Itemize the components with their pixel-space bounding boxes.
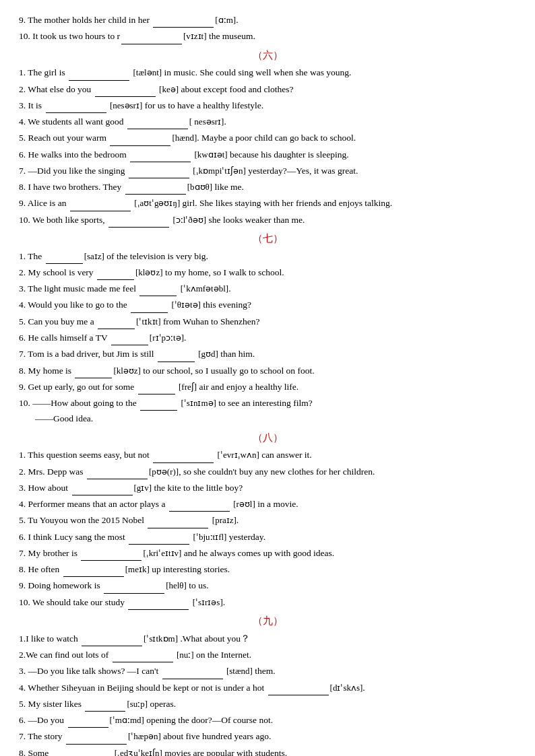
blank [130, 147, 191, 162]
line-6: 6. —Do you [ˈmɑːmd] opening the door?—Of… [19, 712, 516, 728]
blank [69, 65, 129, 80]
blank [138, 379, 175, 394]
line: 10. It took us two hours to r [vɪzɪt] th… [19, 28, 516, 44]
line-6: 6. He walks into the bedroom [kwɑɪәt] be… [19, 147, 516, 162]
blank [128, 594, 189, 610]
blank [75, 363, 112, 378]
blank [108, 212, 169, 228]
blank [121, 28, 182, 44]
line-1: 1.I like to watch [ˈsɪtkɒm] .What about … [19, 631, 516, 646]
blank [68, 712, 108, 728]
line-4: 4. We students all want good [ nesәsrɪ]. [19, 114, 516, 129]
blank [46, 98, 106, 113]
line-4: 4. Would you like to go to the [ˈθɪətə] … [19, 297, 516, 312]
blank [98, 314, 135, 329]
blank [46, 248, 83, 264]
line-10b: ——Good idea. [19, 411, 516, 426]
blank [129, 163, 189, 178]
line-10: 10. We should take our study [ˈsɪrɪəs]. [19, 594, 516, 610]
blank [111, 330, 148, 345]
line-1: 1. The girl is [tælәnt] in music. She co… [19, 65, 516, 80]
worksheet-container: 9. The mother holds her child in her [ɑː… [19, 12, 516, 756]
section-seven: 1. The [saɪz] of the television is very … [19, 248, 516, 427]
line-3: 3. The light music made me feel [ˈkʌmfət… [19, 281, 516, 296]
section-nine-title: （九） [19, 613, 516, 629]
line-4: 4. Whether Siheyuan in Beijing should be… [19, 680, 516, 695]
blank [125, 179, 186, 195]
line-10: 10. ——How about going to the [ˈsɪnɪmə] t… [19, 395, 516, 411]
blank [140, 395, 177, 411]
line-6: 6. He calls himself a TV [rɪˈpɔːtə]. [19, 330, 516, 345]
line-6: 6. I think Lucy sang the most [ˈbjuːtɪfl… [19, 529, 516, 545]
blank [97, 265, 134, 280]
blank [113, 647, 173, 662]
blank [131, 297, 168, 312]
blank [53, 745, 113, 756]
line-5: 5. Tu Youyou won the 2015 Nobel [praɪz]. [19, 512, 516, 528]
blank [63, 561, 124, 577]
line-10: 10. We both like sports, [ɔːlˈðəʊ] she l… [19, 212, 516, 228]
section-seven-title: （七） [19, 230, 516, 247]
blank [139, 281, 177, 296]
section-eight: 1. This question seems easy, but not [ˈe… [19, 447, 516, 610]
line-7: 7. Tom is a bad driver, but Jim is still… [19, 346, 516, 362]
line-8: 8. My home is [kləʊz] to our school, so … [19, 363, 516, 378]
line-9: 9. Get up early, go out for some [freʃ] … [19, 379, 516, 394]
line-3: 3. —Do you like talk shows? —I can't [st… [19, 663, 516, 679]
blank [66, 728, 127, 744]
blank [110, 130, 170, 145]
blank [153, 447, 214, 462]
blank [95, 81, 156, 97]
line-4: 4. Performer means that an actor plays a… [19, 496, 516, 512]
blank [268, 680, 329, 695]
line-7: 7. The story [ˈhæpən] about five hundred… [19, 728, 516, 744]
blank [169, 496, 230, 512]
line-8: 8. I have two brothers. They [bɑʊθ] like… [19, 179, 516, 195]
line-5: 5. Reach out your warm [hænd]. Maybe a p… [19, 130, 516, 145]
line-2: 2. What else do you [keә] about except f… [19, 81, 516, 97]
line-5: 5. Can you buy me a [ˈtɪkɪt] from Wuhan … [19, 314, 516, 329]
blank [153, 12, 214, 28]
line-3: 3. It is [nesәsrɪ] for us to have a heal… [19, 98, 516, 113]
line-9: 9. Doing homework is [helθ] to us. [19, 578, 516, 593]
line-8: 8. He often [meɪk] up interesting storie… [19, 561, 516, 577]
line-9: 9. Alice is an [ˌaʊtˈgəʊɪŋ] girl. She li… [19, 195, 516, 211]
line-1: 1. This question seems easy, but not [ˈe… [19, 447, 516, 462]
blank [82, 631, 142, 646]
section-six-title: （六） [19, 47, 516, 64]
blank [129, 529, 189, 545]
blank [127, 114, 188, 129]
blank [87, 464, 148, 479]
blank [158, 346, 195, 362]
blank [148, 512, 208, 528]
line-5: 5. My sister likes [suːp] operas. [19, 696, 516, 712]
blank [162, 663, 223, 679]
line-3: 3. How about [gɪv] the kite to the littl… [19, 480, 516, 495]
blank [104, 578, 164, 593]
section-eight-title: （八） [19, 429, 516, 446]
line-2: 2. My school is very [kləʊz] to my home,… [19, 265, 516, 280]
line-1: 1. The [saɪz] of the television is very … [19, 248, 516, 264]
section-nine: 1.I like to watch [ˈsɪtkɒm] .What about … [19, 631, 516, 756]
line: 9. The mother holds her child in her [ɑː… [19, 12, 516, 28]
blank [70, 195, 131, 211]
blank [72, 480, 133, 495]
line-8: 8. Some [ˌedʒuˈkeɪʃn] movies are popular… [19, 745, 516, 756]
line-7: 7. —Did you like the singing [ˌkɒmpiˈtɪʃ… [19, 163, 516, 178]
section-six: 1. The girl is [tælәnt] in music. She co… [19, 65, 516, 228]
blank [85, 696, 125, 712]
section-six-tail: 9. The mother holds her child in her [ɑː… [19, 12, 516, 44]
line-7: 7. My brother is [ˌkriˈeɪtɪv] and he alw… [19, 545, 516, 561]
line-2: 2.We can find out lots of [nuː] on the I… [19, 647, 516, 662]
blank [81, 545, 141, 561]
line-2: 2. Mrs. Depp was [pʊə(r)], so she couldn… [19, 464, 516, 479]
